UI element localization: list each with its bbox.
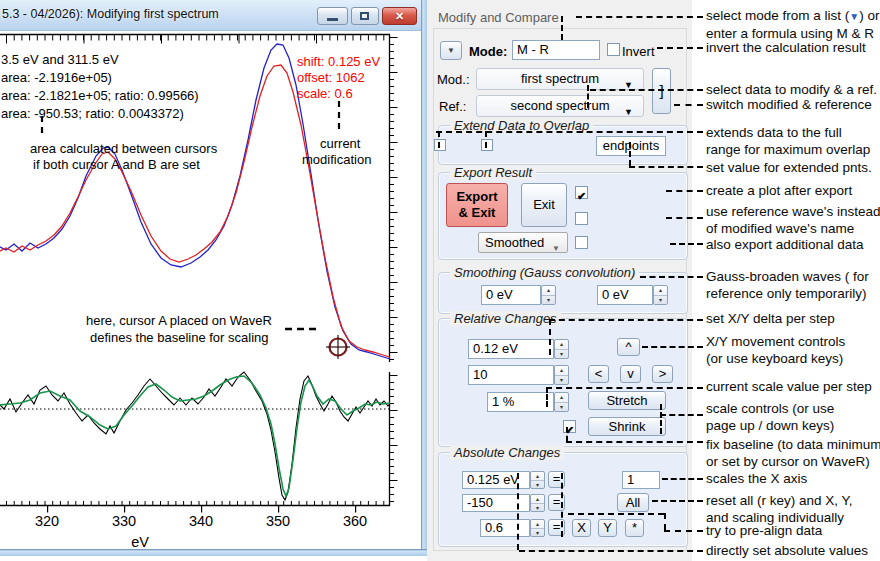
smoothing-mod-spinner[interactable] xyxy=(541,285,556,305)
add-dropdown[interactable]: Smoothed xyxy=(478,232,568,253)
window-right-border xyxy=(421,0,427,556)
dropdown-arrow-icon: ▼ xyxy=(849,11,859,22)
x-tick-320: 320 xyxy=(29,513,65,529)
note-also-export: also export additional data xyxy=(706,237,864,254)
x-tick-350: 350 xyxy=(260,513,296,529)
cursor-a-marker[interactable] xyxy=(326,335,350,359)
note-gauss-line2: reference only temporarily) xyxy=(706,286,869,303)
dy-input[interactable]: 10 xyxy=(468,365,554,385)
note-gauss-line1: Gauss-broaden waves ( for xyxy=(706,269,869,286)
shrink-button[interactable]: Shrink xyxy=(588,417,666,436)
connector-invert xyxy=(657,47,703,49)
note-select-mode-pre: select mode from a list ( xyxy=(706,8,849,23)
move-left-button[interactable]: < xyxy=(588,365,609,383)
connector-prealign-top xyxy=(568,513,664,515)
move-up-button[interactable]: ^ xyxy=(617,338,640,356)
note-select-mode: select mode from a list (▼) or enter a f… xyxy=(706,8,879,42)
smoothing-title: Smoothing (Gauss convolution) xyxy=(450,265,639,280)
mode-list-button[interactable] xyxy=(440,41,462,60)
connector-swap xyxy=(674,104,703,106)
note-use-ref: use reference wave's instead of modified… xyxy=(706,204,880,237)
connector-mod-ref-drop xyxy=(587,85,589,108)
dx-spinner[interactable] xyxy=(554,339,569,359)
note-switch: switch modified & reference xyxy=(706,97,872,114)
connector-delta-drop xyxy=(549,319,551,355)
area-readout-3: area: -950.53; ratio: 0.0043372) xyxy=(1,106,184,121)
connector-scale-step xyxy=(546,387,703,389)
note-scale-controls-line1: scale controls (or use xyxy=(706,401,834,418)
stretch-button[interactable]: Stretch xyxy=(588,391,666,410)
connector-stretch-shrink-v xyxy=(660,404,662,434)
abs-scale-spinner[interactable] xyxy=(530,519,545,537)
move-down-button[interactable]: v xyxy=(620,365,641,383)
note-use-ref-line2: of modified wave's name xyxy=(706,221,880,238)
minimize-button[interactable] xyxy=(317,7,348,25)
prealign-button[interactable]: * xyxy=(625,519,644,537)
x-scale-input[interactable]: 1 xyxy=(622,471,660,489)
reset-y-button[interactable]: Y xyxy=(598,519,617,537)
connector-extend-mod xyxy=(438,131,440,148)
init-val-input[interactable]: endpoints xyxy=(596,136,666,156)
scale-readout: scale: 0.6 xyxy=(297,86,353,101)
invert-checkbox[interactable] xyxy=(607,43,620,56)
offset-readout: offset: 1062 xyxy=(297,70,365,85)
ref-dropdown-caret-icon xyxy=(624,102,633,122)
mod-dropdown[interactable]: first spectrum xyxy=(476,68,644,90)
dy-spinner[interactable] xyxy=(554,365,569,385)
x-tick-360: 360 xyxy=(337,513,373,529)
abs-x-input[interactable]: 0.125 eV xyxy=(462,471,530,489)
note-reset-all-line1: reset all (r key) and X, Y, xyxy=(706,493,853,510)
connector-prealign-v xyxy=(664,513,666,530)
area-note-line2: if both cursor A and B are set xyxy=(33,157,200,172)
note-xy-movement: X/Y movement controls (or use keyboard k… xyxy=(706,334,845,367)
connector-prealign xyxy=(664,530,703,532)
window-title: 5.3 - 04/2026): Modifying first spectrum xyxy=(2,7,219,21)
abs-x-spinner[interactable] xyxy=(530,471,545,489)
exit-button[interactable]: Exit xyxy=(521,183,567,227)
smoothing-ref-spinner[interactable] xyxy=(653,285,668,305)
shift-readout: shift: 0.125 eV xyxy=(297,54,380,69)
smoothing-mod-input[interactable]: 0 eV xyxy=(481,285,541,305)
rel-scale-spinner[interactable] xyxy=(554,392,569,412)
dx-input[interactable]: 0.12 eV xyxy=(468,339,554,359)
restore-icon xyxy=(360,12,369,20)
current-note-line2: modification xyxy=(302,152,371,167)
panel-header: Modify and Compare xyxy=(438,10,559,25)
connector-reset xyxy=(652,500,703,502)
close-button[interactable]: ✕ xyxy=(382,7,417,25)
extend-mod-checkbox[interactable] xyxy=(434,139,446,151)
restore-button[interactable] xyxy=(351,7,379,25)
abs-scale-input[interactable]: 0.6 xyxy=(480,519,530,537)
incl-additional-checkbox[interactable] xyxy=(575,236,588,249)
reset-x-button[interactable]: X xyxy=(572,519,591,537)
export-exit-line1: Export xyxy=(447,189,507,205)
mode-input[interactable]: M - R xyxy=(512,40,600,60)
note-scale-controls: scale controls (or use page up / down ke… xyxy=(706,401,834,434)
reset-all-button[interactable]: All xyxy=(617,493,649,512)
ref-dropdown[interactable]: second spectrum xyxy=(476,95,644,117)
connector-mode xyxy=(576,16,703,18)
export-exit-button[interactable]: Export & Exit xyxy=(446,183,508,227)
note-fix-baseline-line2: or set by cursor on WaveR) xyxy=(706,454,880,471)
connector-mode-drop xyxy=(561,16,563,40)
move-right-button[interactable]: > xyxy=(652,365,673,383)
extend-ref-checkbox[interactable] xyxy=(481,139,493,151)
swap-mod-ref-button[interactable]: ] xyxy=(652,68,671,114)
smoothing-ref-input[interactable]: 0 eV xyxy=(597,285,653,305)
note-create-plot: create a plot after export xyxy=(706,183,852,200)
connector-scale-step-drop xyxy=(546,387,548,407)
residual-curve xyxy=(0,372,390,500)
ref-dropdown-value: second spectrum xyxy=(511,98,610,113)
area-note-line1: area calculated between cursors xyxy=(30,141,217,156)
cursor-range-readout: 3.5 eV and 311.5 eV xyxy=(1,52,119,67)
use-ref-name-checkbox[interactable] xyxy=(575,212,588,225)
rel-scale-input[interactable]: 1 % xyxy=(487,392,554,412)
pin-down-baseline-checkbox[interactable] xyxy=(563,420,576,433)
connector-extend xyxy=(436,131,703,133)
note-set-value: set value for extended pnts. xyxy=(706,160,872,177)
abs-y-input[interactable]: -150 xyxy=(462,494,530,512)
window-bottom-border xyxy=(0,549,427,556)
abs-y-spinner[interactable] xyxy=(530,494,545,512)
plot-exported-checkbox[interactable] xyxy=(575,186,588,199)
absolute-title: Absolute Changes xyxy=(450,445,564,460)
